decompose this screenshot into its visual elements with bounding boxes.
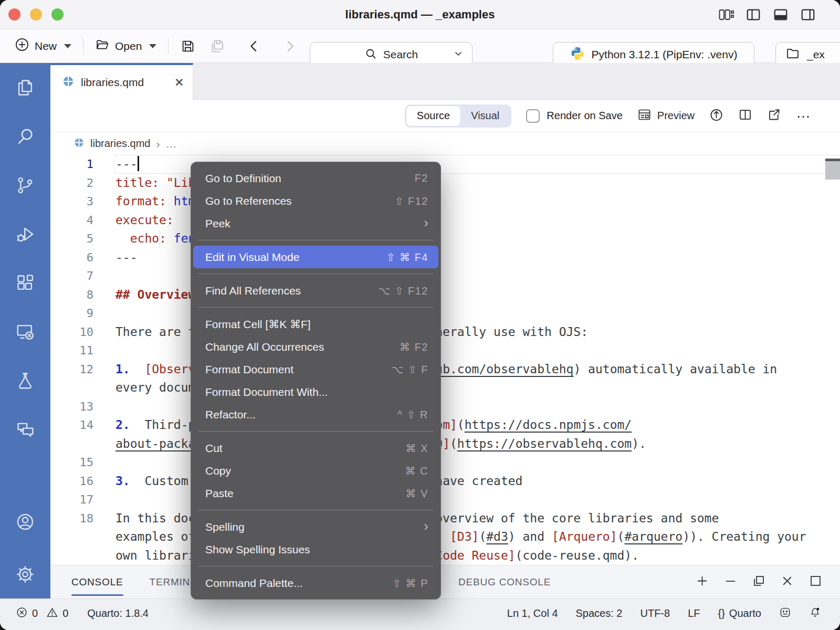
error-icon bbox=[16, 606, 28, 621]
render-icon[interactable] bbox=[709, 108, 723, 124]
code-row[interactable]: 9 bbox=[50, 304, 840, 323]
mode-source-button[interactable]: Source bbox=[406, 106, 460, 126]
menu-item-go-to-references[interactable]: Go to References⇧ F12 bbox=[193, 190, 438, 212]
code-row[interactable]: 4execute: bbox=[50, 211, 840, 230]
save-all-button[interactable] bbox=[209, 38, 225, 54]
menu-item-edit-in-visual-mode[interactable]: Edit in Visual Mode⇧ ⌘ F4 bbox=[193, 246, 438, 268]
code-row[interactable]: every document. bbox=[50, 379, 840, 397]
menu-item-refactor[interactable]: Refactor...^ ⇧ R bbox=[193, 403, 438, 426]
editor-scrollbar[interactable] bbox=[825, 155, 840, 598]
code-row[interactable]: 5 echo: fenced bbox=[50, 229, 840, 248]
menu-item-show-spelling-issues[interactable]: Show Spelling Issues bbox=[193, 538, 438, 561]
more-actions-button[interactable]: … bbox=[796, 110, 811, 122]
code-row[interactable]: 1--- bbox=[50, 155, 840, 174]
line-number: 15 bbox=[50, 453, 93, 472]
toolbar-divider bbox=[168, 38, 169, 54]
code-row[interactable]: 18In this document we'll provide a high … bbox=[50, 509, 840, 528]
breadcrumb-file[interactable]: libraries.qmd bbox=[90, 138, 150, 150]
code-editor[interactable]: 1---2title: "Libraries"3format: html4exe… bbox=[50, 155, 840, 598]
zoom-window-button[interactable] bbox=[51, 8, 64, 20]
code-row[interactable]: 13 bbox=[50, 397, 840, 416]
open-button[interactable]: Open bbox=[95, 37, 156, 55]
open-in-new-window-icon[interactable] bbox=[767, 108, 781, 124]
toggle-sidebar-icon[interactable] bbox=[746, 7, 761, 25]
code-row[interactable]: 7 bbox=[50, 267, 840, 286]
maximize-panel-icon[interactable] bbox=[808, 574, 823, 590]
console-sessions-icon[interactable] bbox=[0, 307, 50, 356]
tab-libraries-qmd[interactable]: libraries.qmd ✕ bbox=[50, 63, 193, 100]
code-row[interactable]: 10There are three types of libraries you… bbox=[50, 323, 840, 342]
menu-item-paste[interactable]: Paste⌘ V bbox=[193, 482, 438, 505]
new-console-icon[interactable] bbox=[695, 574, 709, 590]
breadcrumb-separator: › bbox=[156, 138, 160, 150]
menu-item-command-palette[interactable]: Command Palette...⇧ ⌘ P bbox=[193, 572, 438, 594]
run-and-debug-icon[interactable] bbox=[0, 209, 50, 258]
code-row[interactable]: 11 bbox=[50, 341, 840, 360]
panel-tab-console[interactable]: CONSOLE bbox=[71, 565, 123, 599]
problems-status[interactable]: 0 0 bbox=[16, 606, 68, 621]
chat-icon[interactable] bbox=[0, 405, 50, 454]
menu-item-spelling[interactable]: Spelling› bbox=[193, 516, 438, 538]
language-mode-status[interactable]: {} Quarto bbox=[718, 607, 761, 620]
source-control-icon[interactable] bbox=[0, 161, 50, 209]
explorer-icon[interactable] bbox=[0, 63, 50, 112]
customize-layout-icon[interactable] bbox=[718, 7, 734, 25]
search-icon[interactable] bbox=[0, 112, 50, 161]
minimize-panel-icon[interactable] bbox=[723, 574, 738, 590]
menu-item-format-document-with[interactable]: Format Document With... bbox=[193, 381, 438, 403]
toolbar-divider bbox=[83, 38, 83, 54]
indentation-status[interactable]: Spaces: 2 bbox=[576, 607, 623, 620]
code-row[interactable]: own libraries is covered in the article … bbox=[50, 547, 840, 565]
code-row[interactable]: examples of using third-party libraries … bbox=[50, 528, 840, 547]
panel-tab-debug-console[interactable]: DEBUG CONSOLE bbox=[458, 565, 551, 599]
cursor-position-status[interactable]: Ln 1, Col 4 bbox=[507, 607, 558, 620]
new-button[interactable]: New bbox=[15, 37, 71, 55]
menu-item-format-cell-k-f[interactable]: Format Cell [⌘K ⌘F] bbox=[193, 313, 438, 335]
account-icon[interactable] bbox=[0, 497, 50, 546]
toggle-panel-icon[interactable] bbox=[773, 7, 789, 25]
forward-button[interactable] bbox=[282, 38, 298, 54]
code-row[interactable]: 142. Third-party JavaScript libraries fr… bbox=[50, 416, 840, 435]
code-row[interactable]: 163. Custom libraries you or your collea… bbox=[50, 472, 840, 491]
menu-item-peek[interactable]: Peek› bbox=[193, 212, 438, 235]
mode-visual-button[interactable]: Visual bbox=[460, 106, 510, 126]
tab-close-icon[interactable]: ✕ bbox=[174, 76, 184, 90]
menu-item-cut[interactable]: Cut⌘ X bbox=[193, 437, 438, 459]
code-row[interactable]: 17 bbox=[50, 490, 840, 509]
save-button[interactable] bbox=[180, 38, 196, 54]
split-editor-icon[interactable] bbox=[738, 108, 752, 124]
menu-shortcut: ⇧ ⌘ F4 bbox=[386, 251, 428, 264]
settings-icon[interactable] bbox=[0, 550, 50, 598]
code-row[interactable]: 6--- bbox=[50, 248, 840, 267]
back-button[interactable] bbox=[246, 38, 262, 54]
eol-status[interactable]: LF bbox=[688, 607, 700, 620]
menu-item-find-all-references[interactable]: Find All References⌥ ⇧ F12 bbox=[193, 279, 438, 302]
menu-item-change-all-occurrences[interactable]: Change All Occurrences⌘ F2 bbox=[193, 335, 438, 358]
toggle-secondary-sidebar-icon[interactable] bbox=[800, 7, 816, 25]
close-panel-icon[interactable] bbox=[780, 574, 794, 590]
code-row[interactable]: 121. [Observable core libraries](https:/… bbox=[50, 360, 840, 379]
code-row[interactable]: about-packages-and-modules) and [Observa… bbox=[50, 435, 840, 454]
code-row[interactable]: 2title: "Libraries" bbox=[50, 174, 840, 193]
close-window-button[interactable] bbox=[8, 8, 20, 20]
scrollbar-thumb[interactable] bbox=[825, 159, 840, 180]
render-on-save-checkbox[interactable] bbox=[526, 109, 540, 123]
search-icon bbox=[364, 47, 377, 62]
extensions-icon[interactable] bbox=[0, 258, 50, 307]
chevron-down-icon[interactable] bbox=[452, 47, 465, 62]
quarto-version-status[interactable]: Quarto: 1.8.4 bbox=[87, 607, 149, 620]
breadcrumb-more[interactable]: … bbox=[165, 138, 176, 150]
notifications-bell-icon[interactable] bbox=[809, 606, 821, 621]
code-row[interactable]: 8## Overview bbox=[50, 286, 840, 304]
encoding-status[interactable]: UTF-8 bbox=[640, 607, 670, 620]
testing-icon[interactable] bbox=[0, 356, 50, 405]
preview-button[interactable]: Preview bbox=[637, 108, 695, 124]
code-row[interactable]: 3format: html bbox=[50, 192, 840, 211]
menu-item-format-document[interactable]: Format Document⌥ ⇧ F bbox=[193, 358, 438, 381]
minimize-window-button[interactable] bbox=[30, 8, 42, 20]
restore-panel-icon[interactable] bbox=[752, 574, 766, 590]
menu-item-copy[interactable]: Copy⌘ C bbox=[193, 459, 438, 482]
menu-item-go-to-definition[interactable]: Go to DefinitionF2 bbox=[193, 167, 438, 190]
feedback-icon[interactable] bbox=[779, 606, 791, 621]
code-row[interactable]: 15 bbox=[50, 453, 840, 472]
